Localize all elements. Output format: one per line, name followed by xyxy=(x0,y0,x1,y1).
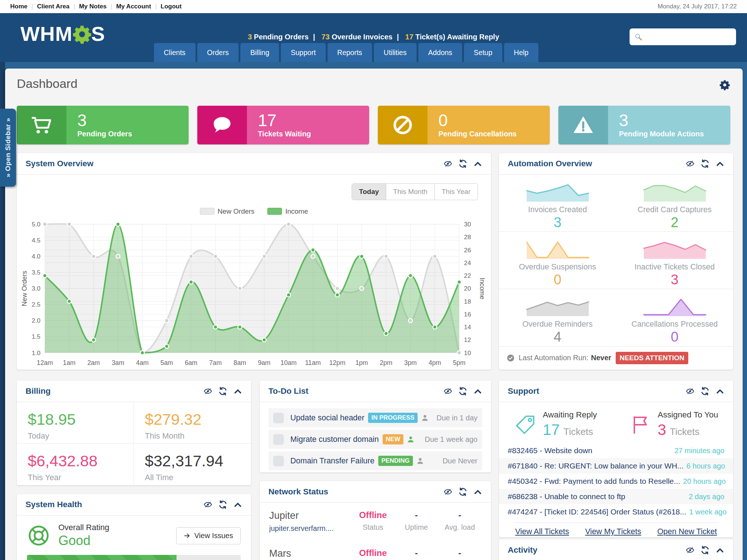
eye-slash-icon[interactable] xyxy=(444,159,452,168)
automation-value: 0 xyxy=(616,329,733,345)
todo-checkbox[interactable] xyxy=(273,413,284,423)
chevron-up-icon[interactable] xyxy=(716,387,724,396)
refresh-icon[interactable] xyxy=(458,487,467,496)
todo-item[interactable]: Migrate customer domain NEW Due 1 week a… xyxy=(268,430,482,449)
stat-pending-module-actions[interactable]: 3 Pending Module Actions xyxy=(558,106,730,144)
alert-tickets-awaiting[interactable]: 17 Ticket(s) Awaiting Reply xyxy=(405,33,499,41)
view-my-tickets-link[interactable]: View My Tickets xyxy=(585,527,641,536)
view-issues-button[interactable]: View Issues xyxy=(176,527,241,544)
chevron-up-icon[interactable] xyxy=(473,487,482,496)
stat-pending-orders[interactable]: 3 Pending Orders xyxy=(17,106,189,144)
view-all-tickets-link[interactable]: View All Tickets xyxy=(515,527,569,536)
range-this-year-button[interactable]: This Year xyxy=(434,184,477,200)
eye-slash-icon[interactable] xyxy=(444,387,452,396)
ban-icon xyxy=(392,114,413,136)
chevron-up-icon[interactable] xyxy=(473,387,482,396)
refresh-icon[interactable] xyxy=(218,387,227,396)
dashboard-settings-gear-icon[interactable] xyxy=(719,79,730,90)
todo-item[interactable]: Domain Transfer Failure PENDING Due Neve… xyxy=(268,451,482,470)
eye-slash-icon[interactable] xyxy=(686,387,694,396)
refresh-icon[interactable] xyxy=(701,387,709,396)
nav-support[interactable]: Support xyxy=(281,43,325,62)
refresh-icon[interactable] xyxy=(701,546,709,555)
alert-pending-orders[interactable]: 3 Pending Orders xyxy=(248,33,319,41)
open-sidebar-tab[interactable]: » Open Sidebar » xyxy=(0,109,16,187)
stat-pending-cancellations[interactable]: 0 Pending Cancellations xyxy=(378,106,550,144)
search-input[interactable] xyxy=(646,33,732,41)
stat-tickets-waiting[interactable]: 17 Tickets Waiting xyxy=(197,106,369,144)
ticket-time: 2 days ago xyxy=(689,493,724,501)
open-new-ticket-link[interactable]: Open New Ticket xyxy=(657,527,717,536)
nav-utilities[interactable]: Utilities xyxy=(374,43,417,62)
stat-label: Pending Module Actions xyxy=(619,130,730,138)
ticket-title: #474247 - [Ticket ID: 224546] Order Stat… xyxy=(508,508,686,516)
alert-overdue-invoices[interactable]: 73 Overdue Invoices xyxy=(321,33,403,41)
overall-rating-label: Overall Rating xyxy=(58,523,109,532)
range-today-button[interactable]: Today xyxy=(352,184,386,200)
automation-value: 2 xyxy=(616,215,733,230)
svg-text:22: 22 xyxy=(464,272,471,279)
nav-help[interactable]: Help xyxy=(504,43,538,62)
alert-label: Ticket(s) Awaiting Reply xyxy=(413,33,499,41)
billing-label: This Month xyxy=(145,431,251,441)
svg-text:20: 20 xyxy=(464,285,471,292)
ticket-row[interactable]: #832465 - Website down27 minutes ago xyxy=(499,443,733,458)
refresh-icon[interactable] xyxy=(218,500,227,509)
link-home[interactable]: Home xyxy=(10,3,27,10)
nav-reports[interactable]: Reports xyxy=(328,43,372,62)
link-my-notes[interactable]: My Notes xyxy=(79,3,107,10)
panel-title: Automation Overview xyxy=(508,159,592,168)
ticket-row[interactable]: #474247 - [Ticket ID: 224546] Order Stat… xyxy=(499,504,733,520)
nav-clients[interactable]: Clients xyxy=(154,43,196,62)
billing-amount: $32,317.94 xyxy=(145,452,251,470)
server-row-jupiter[interactable]: Jupiter jupiter.serverfarm.... OfflineSt… xyxy=(260,503,491,541)
chevron-up-icon[interactable] xyxy=(716,159,724,168)
link-my-account[interactable]: My Account xyxy=(116,3,151,10)
refresh-icon[interactable] xyxy=(701,159,709,168)
nav-setup[interactable]: Setup xyxy=(464,43,502,62)
arrow-right-icon xyxy=(184,532,191,539)
range-this-month-button[interactable]: This Month xyxy=(386,184,434,200)
server-row-mars[interactable]: Mars OfflineStatus -Uptime -Avg. load xyxy=(260,541,491,560)
automation-value: 3 xyxy=(499,215,616,230)
divider: | xyxy=(111,3,112,10)
person-icon xyxy=(407,435,415,443)
link-client-area[interactable]: Client Area xyxy=(37,3,69,10)
system-overview-chart[interactable]: 1.01.52.02.53.03.54.04.55.01012141618202… xyxy=(21,221,485,369)
legend-label: Income xyxy=(285,207,308,215)
chart-legend: New Orders Income xyxy=(17,207,491,215)
datetime: Monday, 24 July 2017, 17:22 xyxy=(658,3,737,10)
eye-slash-icon[interactable] xyxy=(686,159,694,168)
eye-slash-icon[interactable] xyxy=(204,387,212,396)
ticket-row[interactable]: #450342 - Fwd: Payment to add funds to R… xyxy=(499,474,733,489)
nav-orders[interactable]: Orders xyxy=(197,43,239,62)
chevron-up-icon[interactable] xyxy=(716,546,724,555)
link-logout[interactable]: Logout xyxy=(160,3,182,10)
chevron-up-icon[interactable] xyxy=(233,500,242,509)
svg-text:4.5: 4.5 xyxy=(32,237,40,244)
todo-due: Due 1 week ago xyxy=(425,435,477,444)
flag-icon xyxy=(630,414,651,435)
todo-item[interactable]: Update social header IN PROGRESS Due in … xyxy=(268,408,482,427)
cart-icon xyxy=(31,114,52,136)
nav-addons[interactable]: Addons xyxy=(418,43,462,62)
svg-text:3am: 3am xyxy=(112,359,124,366)
support-stat-count: 17 xyxy=(543,421,560,438)
eye-slash-icon[interactable] xyxy=(686,546,694,555)
refresh-icon[interactable] xyxy=(458,159,467,168)
chevron-up-icon[interactable] xyxy=(233,387,242,396)
search-box[interactable] xyxy=(630,28,736,45)
ticket-row[interactable]: #671840 - Re: URGENT: Low balance in you… xyxy=(499,458,733,474)
needs-attention-badge[interactable]: NEEDS ATTENTION xyxy=(616,352,688,364)
automation-label: Overdue Suspensions xyxy=(499,262,616,272)
eye-slash-icon[interactable] xyxy=(204,500,212,509)
ticket-row[interactable]: #686238 - Unable to connect to ftp2 days… xyxy=(499,489,733,504)
sparkline-chart xyxy=(522,295,593,318)
nav-billing[interactable]: Billing xyxy=(240,43,279,62)
svg-text:5pm: 5pm xyxy=(453,359,465,366)
todo-checkbox[interactable] xyxy=(273,434,284,445)
todo-checkbox[interactable] xyxy=(273,456,284,466)
eye-slash-icon[interactable] xyxy=(444,487,452,496)
chevron-up-icon[interactable] xyxy=(473,159,482,168)
refresh-icon[interactable] xyxy=(458,387,467,396)
